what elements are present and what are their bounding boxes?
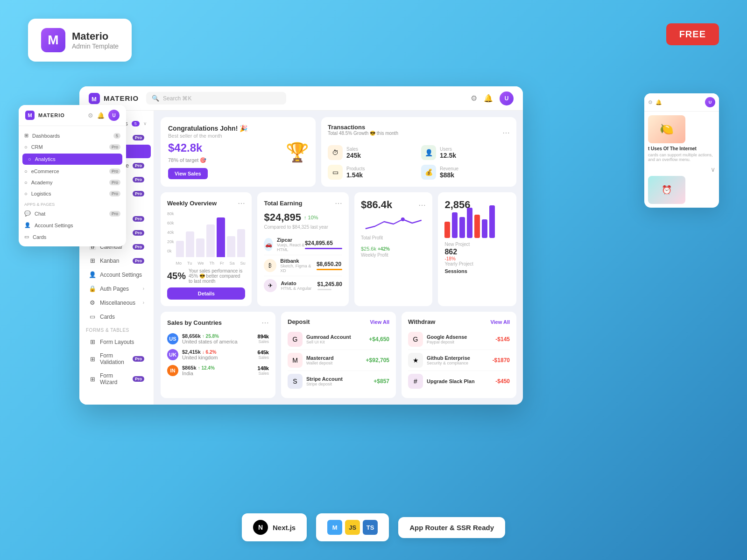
bitbank-sub: Sketch, Figma & XD (280, 264, 317, 273)
form-wizard-badge: Pro (133, 376, 144, 382)
navbar-logo: M MATERIO (89, 93, 139, 104)
bar-su (237, 229, 246, 257)
s2-item-chat[interactable]: 💬 Chat Pro (19, 208, 126, 219)
svg-text:M: M (92, 95, 97, 102)
sidebar-item-account-settings[interactable]: 👤 Account Settings (82, 268, 151, 281)
s2-analytics-icon: ○ (28, 156, 31, 162)
sidebar-item-miscellaneous[interactable]: ⚙ Miscellaneous › (82, 296, 151, 309)
transactions-subtitle: Total 48.5% Growth 😎 this month (328, 131, 398, 136)
s2-item-account-settings[interactable]: 👤 Account Settings (19, 219, 126, 231)
gumroad-amount: +$4,650 (369, 336, 389, 343)
zipcar-icon: 🚗 (264, 238, 273, 251)
brand-text: Materio Admin Template (72, 30, 119, 50)
s2-ecommerce-icon: ○ (24, 168, 28, 174)
s2-chat-badge: Pro (109, 211, 120, 217)
sidebar-item-cards[interactable]: ▭ Cards (82, 310, 151, 323)
sales-card: Sales by Countries ⋯ US $8,656k ↑ 25.8% … (161, 312, 275, 398)
bar-tu (186, 231, 194, 257)
zipcar-left: 🚗 Zipcar Vuejs, React & HTML (264, 237, 304, 252)
transactions-header: Transactions Total 48.5% Growth 😎 this m… (328, 124, 510, 141)
uk-sales-value: 645k (258, 350, 269, 355)
apps-pages-label: Apps & Pages (19, 199, 126, 208)
y-80k: 80k (167, 211, 174, 216)
s2-account-label: Account Settings (35, 223, 73, 228)
s2-chat-icon: 💬 (24, 210, 31, 217)
gumroad-icon: G (288, 332, 303, 347)
form-wizard-icon: ⊞ (89, 376, 96, 383)
mastercard-info: Mastercard Wallet deposit (306, 355, 334, 365)
sidebar-item-form-validation[interactable]: ⊞ Form Validation Pro (82, 349, 151, 369)
slack-info: Upgrade Slack Plan (427, 378, 475, 384)
mastercard-name: Mastercard (306, 355, 334, 361)
weekly-more-icon[interactable]: ⋯ (238, 199, 245, 208)
settings-icon[interactable]: ⚙ (471, 94, 477, 103)
profit-value: $25.6k (361, 246, 378, 252)
second-ui-panel: M MATERIO ⚙ 🔔 U ⊞ Dashboards 5 ○ CRM Pro… (19, 105, 126, 246)
transactions-more-icon[interactable]: ⋯ (502, 128, 510, 137)
user-avatar[interactable]: U (500, 91, 514, 105)
withdraw-view-all[interactable]: View All (490, 319, 510, 325)
sidebar-item-auth-pages[interactable]: 🔒 Auth Pages › (82, 282, 151, 295)
main-navbar: M MATERIO 🔍 Search ⌘K ⚙ 🔔 U (79, 86, 523, 111)
form-wizard-label: Form Wizard (100, 372, 129, 385)
s2-dashboards-label: Dashboards (32, 133, 60, 139)
sales-icon: ⏱ (328, 145, 343, 160)
earning-change: ↑ 10% (304, 215, 318, 220)
nextjs-icon: N (253, 520, 268, 535)
sidebar-item-form-wizard[interactable]: ⊞ Form Wizard Pro (82, 369, 151, 389)
navbar-logo-icon: M (89, 93, 100, 104)
github-name: Github Enterprise (427, 355, 470, 361)
bitbank-left: ₿ Bitbank Sketch, Figma & XD (264, 258, 316, 273)
label-tu: Tu (187, 261, 192, 266)
s2-item-logistics[interactable]: ○ Logistics Pro (19, 188, 126, 199)
sales-more-icon[interactable]: ⋯ (261, 318, 269, 327)
notification-icon[interactable]: 🔔 (484, 94, 493, 103)
sidebar-item-kanban[interactable]: ⊞ Kanban Pro (82, 254, 151, 267)
earning-amount-row: $24,895 ↑ 10% (264, 211, 342, 224)
profit-more-icon[interactable]: ⋯ (418, 201, 426, 210)
s2-account-icon: 👤 (24, 222, 31, 228)
s2-item-dashboards[interactable]: ⊞ Dashboards 5 (19, 130, 126, 141)
aviato-sub: HTML & Angular (281, 286, 311, 291)
revenue-value: $88k (440, 171, 458, 179)
s2-item-analytics[interactable]: ○ Analytics (22, 154, 122, 165)
brand-name: Materio (72, 30, 119, 42)
row-1: Congratulations John! 🎉 Best seller of t… (161, 117, 516, 187)
ssr-label: App Router & SSR Ready (409, 524, 494, 532)
mastercard-amount: +$92,705 (366, 357, 389, 364)
stripe-amount: +$857 (374, 378, 389, 385)
s2-item-ecommerce[interactable]: ○ eCommerce Pro (19, 166, 126, 177)
sidebar-item-form-layouts[interactable]: ⊞ Form Layouts (82, 335, 151, 349)
details-button[interactable]: Details (167, 287, 245, 300)
aviato-left: ✈ Aviato HTML & Angular (264, 279, 311, 292)
s2-academy-icon: ○ (24, 180, 28, 185)
s-bar-1 (444, 222, 450, 238)
nextjs-label: Next.js (273, 524, 296, 532)
github-sub: Security & compliance (427, 361, 470, 365)
deposit-view-all[interactable]: View All (370, 319, 389, 325)
chat-badge: Pro (133, 230, 144, 236)
s-bar-5 (474, 215, 480, 238)
calendar-badge: Pro (133, 244, 144, 250)
s-bar-3 (459, 217, 465, 238)
aviato-info: Aviato HTML & Angular (281, 280, 311, 291)
sales-label: Sales (346, 147, 361, 152)
kanban-label: Kanban (100, 258, 129, 264)
gumroad-sub: Sell UI Kit (306, 340, 351, 344)
earning-more-icon[interactable]: ⋯ (335, 199, 342, 208)
bitbank-progress (317, 269, 342, 270)
earning-item-aviato: ✈ Aviato HTML & Angular $1,245.80 (264, 276, 342, 295)
s2-item-academy[interactable]: ○ Academy Pro (19, 177, 126, 188)
uk-amount: $2,415k ↓ 6.2% (182, 349, 218, 355)
search-bar[interactable]: 🔍 Search ⌘K (146, 92, 286, 105)
s2-item-crm[interactable]: ○ CRM Pro (19, 141, 126, 153)
s2-dashboards-icon: ⊞ (24, 133, 28, 139)
bar-we (196, 238, 204, 257)
view-sales-button[interactable]: View Sales (168, 168, 208, 179)
us-amount: $8,656k ↑ 25.8% (182, 333, 238, 339)
s2-item-cards[interactable]: ▭ Cards (19, 231, 126, 243)
in-sales: 148k Sales (258, 365, 269, 376)
new-project-label: New Project (444, 242, 510, 247)
earning-compare: Compared to $84,325 last year (264, 224, 342, 230)
trans-revenue-data: Revenue $88k (440, 166, 458, 179)
